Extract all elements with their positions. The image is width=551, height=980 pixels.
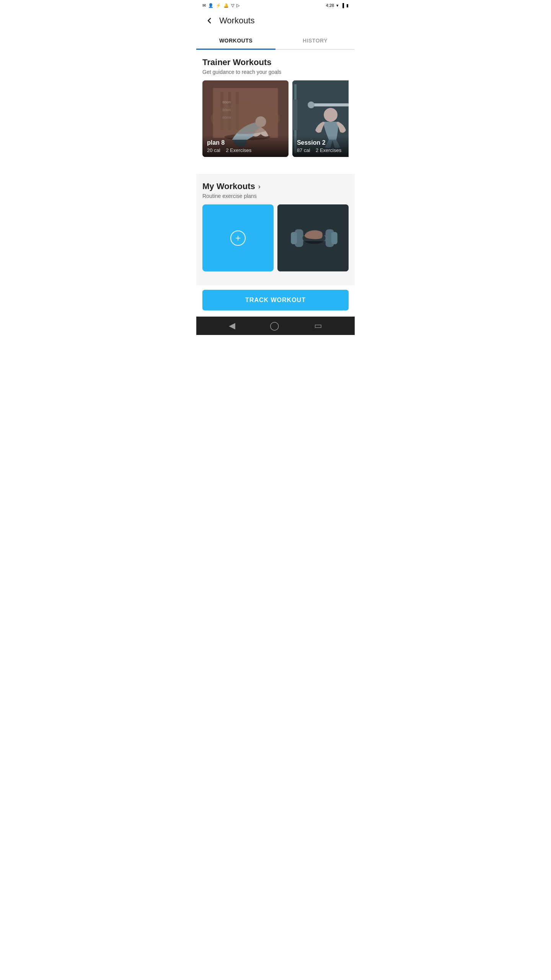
trainer-workouts-section: Trainer Workouts Get guidance to reach y… bbox=[196, 50, 355, 174]
page-title: Workouts bbox=[219, 16, 255, 26]
tab-bar: WORKOUTS HISTORY bbox=[196, 32, 355, 50]
svg-point-9 bbox=[255, 116, 266, 127]
svg-rect-16 bbox=[308, 101, 315, 108]
svg-text:60cm: 60cm bbox=[222, 100, 231, 104]
svg-rect-14 bbox=[292, 100, 297, 130]
plan8-title: plan 8 bbox=[207, 139, 284, 146]
tab-history[interactable]: HISTORY bbox=[276, 32, 355, 49]
my-workouts-chevron[interactable]: › bbox=[258, 183, 261, 191]
session2-exercises: 2 Exercises bbox=[316, 147, 341, 153]
my-workouts-title: My Workouts bbox=[202, 181, 255, 191]
session2-meta: 87 cal 2 Exercises bbox=[297, 147, 347, 153]
svg-rect-3 bbox=[228, 92, 231, 130]
my-workout-cards: + bbox=[202, 204, 349, 271]
trainer-workouts-title: Trainer Workouts bbox=[202, 57, 349, 67]
download-icon: ▽ bbox=[231, 3, 234, 8]
my-workouts-header: My Workouts › bbox=[202, 181, 349, 191]
battery-icon: ▮ bbox=[346, 3, 349, 8]
plan8-overlay: plan 8 20 cal 2 Exercises bbox=[202, 136, 289, 157]
session2-title: Session 2 bbox=[297, 139, 347, 146]
mail-icon: ✉ bbox=[202, 3, 206, 8]
trainer-card-session2[interactable]: Session 2 87 cal 2 Exercises bbox=[292, 80, 349, 157]
svg-rect-2 bbox=[220, 92, 223, 130]
svg-point-18 bbox=[324, 108, 337, 122]
svg-rect-23 bbox=[291, 232, 297, 244]
existing-workout-card[interactable] bbox=[277, 204, 349, 271]
person-icon: 👤 bbox=[208, 3, 214, 8]
status-bar: ✉ 👤 ⚡ 🔔 ▽ ▷ 4:28 ▾ ▐ ▮ bbox=[196, 0, 355, 11]
track-workout-section: TRACK WORKOUT bbox=[196, 285, 355, 317]
status-icons-left: ✉ 👤 ⚡ 🔔 ▽ ▷ bbox=[202, 3, 240, 8]
plan8-exercises: 2 Exercises bbox=[226, 147, 251, 153]
nav-bar: ◀ ◯ ▭ bbox=[196, 317, 355, 335]
trainer-workout-cards: 60cm 60cm 60cm plan 8 20 cal bbox=[202, 80, 349, 157]
plan8-calories: 20 cal bbox=[207, 147, 220, 153]
add-workout-card[interactable]: + bbox=[202, 204, 274, 271]
my-workouts-section: My Workouts › Routine exercise plans + bbox=[196, 174, 355, 285]
session2-calories: 87 cal bbox=[297, 147, 310, 153]
add-icon: + bbox=[230, 230, 246, 246]
my-workouts-subtitle: Routine exercise plans bbox=[202, 193, 349, 199]
track-workout-button[interactable]: TRACK WORKOUT bbox=[202, 290, 349, 310]
fitness-icon: ⚡ bbox=[216, 3, 221, 8]
status-right: 4:28 ▾ ▐ ▮ bbox=[326, 3, 349, 8]
trainer-workouts-header: Trainer Workouts Get guidance to reach y… bbox=[202, 57, 349, 75]
plan8-meta: 20 cal 2 Exercises bbox=[207, 147, 284, 153]
nav-recents-icon[interactable]: ▭ bbox=[314, 321, 322, 331]
svg-rect-24 bbox=[331, 232, 337, 244]
play-icon: ▷ bbox=[236, 3, 240, 8]
svg-text:60cm: 60cm bbox=[222, 116, 231, 119]
notification-icon: 🔔 bbox=[223, 3, 229, 8]
nav-home-icon[interactable]: ◯ bbox=[270, 321, 279, 331]
svg-rect-4 bbox=[236, 92, 239, 130]
wifi-icon: ▾ bbox=[336, 3, 339, 8]
signal-icon: ▐ bbox=[341, 3, 344, 8]
svg-rect-15 bbox=[310, 103, 349, 106]
session2-overlay: Session 2 87 cal 2 Exercises bbox=[292, 136, 349, 157]
nav-back-icon[interactable]: ◀ bbox=[229, 321, 235, 331]
tab-workouts[interactable]: WORKOUTS bbox=[196, 32, 276, 49]
trainer-workouts-subtitle: Get guidance to reach your goals bbox=[202, 69, 349, 75]
trainer-card-plan8[interactable]: 60cm 60cm 60cm plan 8 20 cal bbox=[202, 80, 289, 157]
status-time: 4:28 bbox=[326, 3, 334, 8]
back-button[interactable] bbox=[202, 14, 216, 28]
svg-text:60cm: 60cm bbox=[222, 108, 231, 112]
header: Workouts bbox=[196, 11, 355, 32]
